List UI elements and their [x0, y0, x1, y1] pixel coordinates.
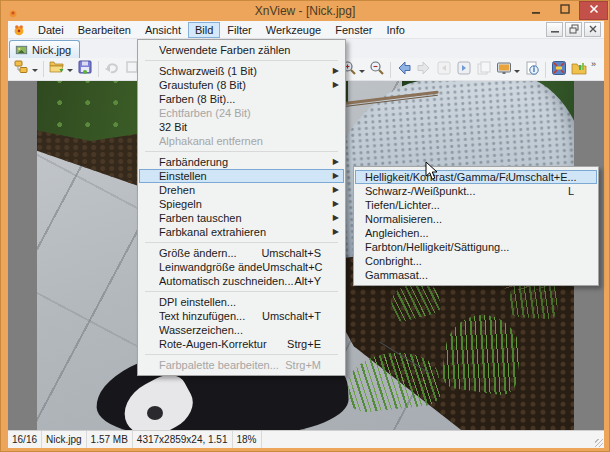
- menu-item-shortcut: Strg+M: [285, 358, 321, 372]
- menubar-item-filter[interactable]: Filter: [220, 22, 258, 38]
- menu-item-label: Leinwandgröße ändern...: [159, 260, 262, 274]
- open-dropdown-arrow[interactable]: [67, 69, 73, 75]
- menu-item-shortcut: Umschalt+S: [261, 246, 321, 260]
- browser-dropdown-arrow[interactable]: [32, 69, 38, 75]
- einstellen-submenu-item-helligkeit-kontrast-gamma-farbbalance[interactable]: Helligkeit/Kontrast/Gamma/FarbbalanceUms…: [355, 170, 597, 184]
- next-image-icon: [456, 60, 472, 80]
- browse-folder-button[interactable]: [569, 60, 589, 80]
- bild-menu-item-text-hinzuf-gen[interactable]: Text hinzufügen...Umschalt+T: [139, 309, 344, 323]
- bild-menu-item-farben-8-bit[interactable]: Farben (8 Bit)...: [139, 92, 344, 106]
- mdi-minimize-button[interactable]: [546, 22, 563, 37]
- bild-menu-item-automatisch-zuschneiden[interactable]: Automatisch zuschneiden...Alt+Y: [139, 274, 344, 288]
- bild-menu-item-einstellen[interactable]: Einstellen▶: [139, 169, 344, 183]
- menu-item-label: Alphakanal entfernen: [159, 134, 329, 148]
- save-button[interactable]: [75, 59, 95, 79]
- resize-grip[interactable]: [595, 439, 603, 447]
- menu-item-label: Einstellen: [159, 169, 329, 183]
- mouse-cursor: [425, 161, 439, 181]
- menubar-item-datei[interactable]: Datei: [31, 22, 71, 38]
- zoom-in-dropdown-arrow[interactable]: [359, 70, 365, 76]
- einstellen-submenu-item-conbright[interactable]: Conbright...: [355, 254, 597, 268]
- menubar-item-bild[interactable]: Bild: [188, 22, 220, 38]
- tab-nick-jpg[interactable]: Nick.jpg: [9, 40, 80, 58]
- menubar-item-info[interactable]: Info: [380, 22, 412, 38]
- fullscreen-button[interactable]: [549, 60, 569, 80]
- bild-menu-item-alphakanal-entfernen: Alphakanal entfernen: [139, 134, 344, 148]
- menu-item-label: Normalisieren...: [365, 212, 582, 226]
- menu-item-label: Drehen: [159, 183, 329, 197]
- bild-menu-item-spiegeln[interactable]: Spiegeln▶: [139, 197, 344, 211]
- mdi-restore-button[interactable]: [565, 22, 582, 37]
- status-filename: Nick.jpg: [42, 431, 87, 448]
- nav-back-button[interactable]: [394, 60, 414, 80]
- status-zoom-level: 18%: [233, 431, 262, 448]
- menu-item-label: Gammasat...: [365, 268, 582, 282]
- einstellen-submenu: Helligkeit/Kontrast/Gamma/FarbbalanceUms…: [353, 166, 599, 286]
- submenu-arrow-icon: ▶: [329, 64, 339, 78]
- bild-menu-item-farbkanal-extrahieren[interactable]: Farbkanal extrahieren▶: [139, 225, 344, 239]
- einstellen-submenu-item-tiefen-lichter[interactable]: Tiefen/Lichter...: [355, 198, 597, 212]
- bild-menu-item-verwendete-farben-z-hlen[interactable]: Verwendete Farben zählen: [139, 43, 344, 57]
- open-icon: [49, 59, 65, 79]
- minimize-button[interactable]: [521, 1, 550, 20]
- menu-item-label: Farben (8 Bit)...: [159, 92, 329, 106]
- next-image-button[interactable]: [454, 60, 474, 80]
- submenu-arrow-icon: ▶: [329, 78, 339, 92]
- mdi-close-button[interactable]: [584, 22, 601, 37]
- menu-item-label: DPI einstellen...: [159, 295, 329, 309]
- bild-menu-item-gr-e-ndern[interactable]: Größe ändern...Umschalt+S: [139, 246, 344, 260]
- image-info-icon: [524, 60, 540, 80]
- bild-menu-item-rote-augen-korrektur[interactable]: Rote-Augen-KorrekturStrg+E: [139, 337, 344, 351]
- einstellen-submenu-item-farbton-helligkeit-s-ttigung[interactable]: Farbton/Helligkeit/Sättigung...: [355, 240, 597, 254]
- open-button[interactable]: [47, 59, 67, 79]
- toolbar-overflow-chevron[interactable]: »: [591, 59, 596, 69]
- bild-menu-item-schwarzwei-1-bit[interactable]: Schwarzweiß (1 Bit)▶: [139, 64, 344, 78]
- bild-menu-item-wasserzeichen[interactable]: Wasserzeichen...: [139, 323, 344, 337]
- einstellen-submenu-item-normalisieren[interactable]: Normalisieren...: [355, 212, 597, 226]
- slideshow-button[interactable]: [494, 60, 514, 80]
- maximize-button[interactable]: [550, 1, 579, 20]
- menu-item-label: Farbton/Helligkeit/Sättigung...: [365, 240, 582, 254]
- bild-menu-item-farb-nderung[interactable]: Farbänderung▶: [139, 155, 344, 169]
- prev-image-icon: [436, 60, 452, 80]
- menubar-item-fenster[interactable]: Fenster: [328, 22, 379, 38]
- browser-icon: [14, 59, 30, 79]
- zoom-out-button[interactable]: [367, 60, 387, 80]
- menu-item-label: Rote-Augen-Korrektur: [159, 337, 287, 351]
- maximize-icon: [557, 1, 573, 20]
- status-bar: 16/16Nick.jpg1.57 MB4317x2859x24, 1.5118…: [8, 430, 604, 448]
- bild-menu-item-32-bit[interactable]: 32 Bit: [139, 120, 344, 134]
- bild-menu-item-graustufen-8-bit[interactable]: Graustufen (8 Bit)▶: [139, 78, 344, 92]
- menu-item-label: Größe ändern...: [159, 246, 261, 260]
- menu-item-label: Farbkanal extrahieren: [159, 225, 329, 239]
- mdi-window-controls: [546, 22, 601, 37]
- bild-menu-item-drehen[interactable]: Drehen▶: [139, 183, 344, 197]
- image-info-button[interactable]: [522, 60, 542, 80]
- einstellen-submenu-item-gammasat[interactable]: Gammasat...: [355, 268, 597, 282]
- menu-item-label: Angleichen...: [365, 226, 582, 240]
- bild-menu-item-farben-tauschen[interactable]: Farben tauschen▶: [139, 211, 344, 225]
- minimize-icon: [528, 1, 544, 20]
- menubar-item-bearbeiten[interactable]: Bearbeiten: [71, 22, 138, 38]
- titlebar[interactable]: XnView - [Nick.jpg]: [1, 1, 609, 21]
- menu-item-label: Conbright...: [365, 254, 582, 268]
- prev-image-button: [434, 60, 454, 80]
- menubar-item-ansicht[interactable]: Ansicht: [138, 22, 188, 38]
- browse-folder-icon: [571, 60, 587, 80]
- close-button[interactable]: [579, 1, 608, 20]
- menubar-item-werkzeuge[interactable]: Werkzeuge: [259, 22, 328, 38]
- bild-menu-item-leinwandgr-e-ndern[interactable]: Leinwandgröße ändern...Umschalt+C: [139, 260, 344, 274]
- save-icon: [77, 59, 93, 79]
- browser-button[interactable]: [12, 59, 32, 79]
- einstellen-submenu-item-schwarz-wei-punkt[interactable]: Schwarz-/Weißpunkt...L: [355, 184, 597, 198]
- mdi-minimize-icon: [548, 23, 562, 37]
- slideshow-dropdown-arrow[interactable]: [514, 70, 520, 76]
- einstellen-submenu-item-angleichen[interactable]: Angleichen...: [355, 226, 597, 240]
- fullscreen-icon: [551, 60, 567, 80]
- close-icon: [586, 1, 602, 20]
- bild-menu-item-farbpalette-bearbeiten: Farbpalette bearbeiten...Strg+M: [139, 358, 344, 372]
- bild-menu-item-dpi-einstellen[interactable]: DPI einstellen...: [139, 295, 344, 309]
- status-dimensions: 4317x2859x24, 1.51: [133, 431, 233, 448]
- slideshow-icon: [496, 60, 512, 80]
- menu-item-label: Tiefen/Lichter...: [365, 198, 582, 212]
